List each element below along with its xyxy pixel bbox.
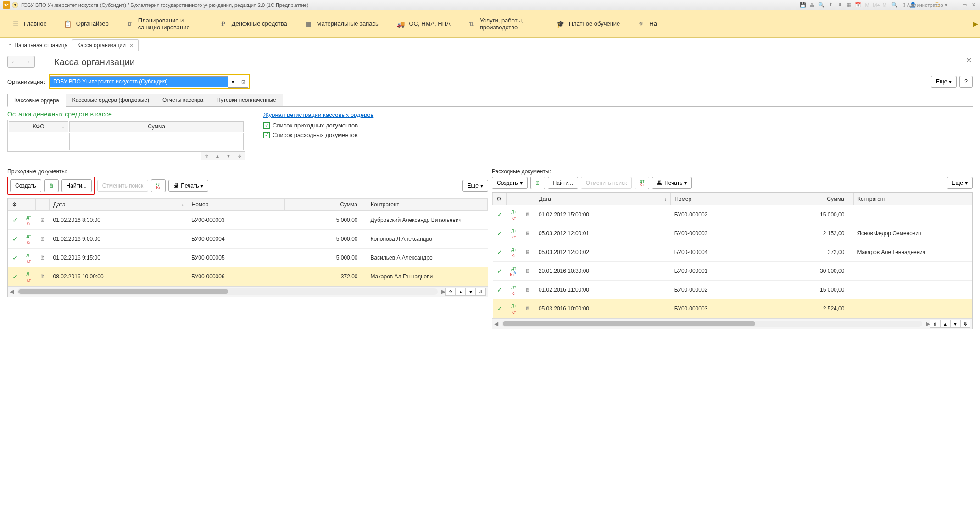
nav-forward-button[interactable]: → [21,56,35,68]
more-button[interactable]: Еще ▾ [931,76,957,88]
inner-tab-orders[interactable]: Кассовые ордера [7,94,66,107]
nav-education[interactable]: 🎓Платное обучение [549,17,629,30]
copy-button[interactable]: 🗎 [530,177,545,189]
table-row[interactable]: ✓ДтКт🗎01.02.2016 9:15:00БУ00-0000055 000… [8,249,488,267]
col-sum[interactable]: Сумма [766,193,854,205]
table-row[interactable]: ✓ДтКт🗎05.03.2016 10:00:00БУ00-0000032 52… [493,299,972,318]
titlebar-dropdown-icon[interactable]: ▾ [12,2,18,8]
nav-down-button[interactable]: ▼ [466,288,476,296]
calendar-icon[interactable]: 📅 [854,1,862,9]
create-button[interactable]: Создать ▾ [492,177,528,189]
col-dtkt[interactable] [22,199,36,211]
scroll-thumb[interactable] [18,289,228,294]
home-tab[interactable]: ⌂ Начальная страница [4,40,72,51]
table-row[interactable]: ✓ДтКт🗎01.02.2016 8:30:00БУ00-0000035 000… [8,211,488,230]
nav-last-button[interactable]: ⤋ [960,320,970,328]
org-input[interactable]: ГОБУ ВПО Университет искусств (Субсидия) [50,76,228,87]
dtkt-button[interactable]: ДтКт [151,179,166,192]
check-income-row[interactable]: ✓Список приходных документов [263,122,373,129]
col-agent[interactable]: Контрагент [853,193,972,205]
nav-first-button[interactable]: ⤊ [201,151,212,160]
nav-back-button[interactable]: ← [7,56,21,68]
nav-up-button[interactable]: ▲ [940,320,950,328]
active-tab[interactable]: Касса организации ✕ [72,39,139,51]
nav-organizer[interactable]: 📋Органайзер [56,17,117,30]
nav-up-button[interactable]: ▲ [456,288,466,296]
nav-first-button[interactable]: ⤊ [445,288,456,296]
table-row[interactable]: ✓ДтКт🗎05.03.2012 12:00:02БУ00-000004372,… [493,243,972,262]
download-icon[interactable]: ⬇ [836,1,843,9]
m-plus-icon[interactable]: M+ [873,1,880,9]
col-sum[interactable]: Сумма [69,121,244,132]
col-doc[interactable] [521,193,535,205]
nav-down-button[interactable]: ▼ [950,320,960,328]
col-dtkt[interactable] [507,193,521,205]
nav-materials[interactable]: ▦Материальные запасы [296,17,388,30]
scroll-thumb[interactable] [503,321,755,326]
col-doc[interactable] [36,199,50,211]
save-icon[interactable]: 💾 [799,1,807,9]
table-row[interactable]: ✓ДтКт🗎20.01.2016 10:30:00БУ00-00000130 0… [493,262,972,281]
print-button[interactable]: 🖶 Печать ▾ [168,180,208,192]
checkbox-icon[interactable]: ✓ [263,132,270,138]
journal-link[interactable]: Журнал регистрации кассовых ордеров [263,111,373,118]
col-sum[interactable]: Сумма [285,199,367,211]
scroll-left-icon[interactable]: ◀ [494,321,498,327]
copy-button[interactable]: 🗎 [44,179,59,192]
nav-money[interactable]: ₽Денежные средства [212,17,295,30]
dtkt-button[interactable]: ДтКт [635,177,649,189]
create-button[interactable]: Создать [10,179,41,192]
print-button[interactable]: 🖶 Печать ▾ [652,177,692,189]
m-icon[interactable]: M [863,1,871,9]
scroll-right-icon[interactable]: ▶ [441,288,445,295]
grid-icon[interactable]: ▦ [845,1,852,9]
m-minus-icon[interactable]: M- [882,1,889,9]
nav-last-button[interactable]: ⤋ [234,151,245,160]
col-date[interactable]: Дата↓ [50,199,188,211]
info-dropdown-icon[interactable]: ▾ [942,1,950,9]
help-button[interactable]: ? [959,76,973,88]
nav-planning[interactable]: ⇵Планирование и санкционирование [118,14,211,33]
nav-down-button[interactable]: ▼ [223,151,234,160]
more-button[interactable]: Еще ▾ [947,177,973,189]
col-kfo[interactable]: КФО↓ [9,121,68,132]
upload-icon[interactable]: ⬆ [827,1,834,9]
table-row[interactable]: ✓ДтКт🗎01.02.2016 9:00:00БУ00-0000045 000… [8,230,488,249]
nav-services[interactable]: ⇅Услуги, работы, производство [460,14,548,33]
h-scrollbar[interactable] [502,321,922,327]
col-date[interactable]: Дата↓ [535,193,671,205]
print-icon[interactable]: 🖶 [808,1,816,9]
col-agent[interactable]: Контрагент [367,199,487,211]
zoom-icon[interactable]: 🔍 [891,1,898,9]
nav-up-button[interactable]: ▲ [212,151,223,160]
org-dropdown-button[interactable]: ▾ [228,76,238,88]
org-open-button[interactable]: ⊡ [238,76,248,88]
inner-tab-cashier-reports[interactable]: Отчеты кассира [156,94,210,106]
more-button[interactable]: Еще ▾ [462,180,488,192]
nav-last-button[interactable]: ⤋ [476,288,486,296]
nav-next[interactable]: ⚜На [629,17,665,30]
col-config[interactable]: ⚙ [493,193,507,205]
table-row[interactable]: ✓ДтКт🗎01.02.2012 15:00:00БУ00-00000215 0… [493,205,972,224]
preview-icon[interactable]: 🔍 [818,1,825,9]
scroll-right-icon[interactable]: ▶ [926,321,930,327]
find-button[interactable]: Найти... [548,177,578,189]
nav-first-button[interactable]: ⤊ [930,320,940,328]
table-row[interactable]: ✓ДтКт🗎05.03.2012 12:00:01БУ00-0000032 15… [493,224,972,243]
ribbon-scroll-right-icon[interactable]: ▶ [971,10,980,37]
close-page-icon[interactable]: ✕ [966,56,972,65]
col-number[interactable]: Номер [188,199,285,211]
find-button[interactable]: Найти... [61,179,92,192]
scroll-left-icon[interactable]: ◀ [10,288,14,295]
h-scrollbar[interactable] [17,288,438,295]
info-icon[interactable]: ⓘ [933,1,941,9]
inner-tab-vouchers[interactable]: Путевки неоплаченные [210,94,283,106]
col-config[interactable]: ⚙ [8,199,22,211]
user-name[interactable]: Администратор [921,1,929,9]
close-window-icon[interactable]: ✕ [970,1,977,9]
nav-main[interactable]: ☰Главное [4,17,55,30]
check-expense-row[interactable]: ✓Список расходных документов [263,132,373,138]
maximize-icon[interactable]: ▭ [961,1,968,9]
table-row[interactable]: ✓ДтКт🗎01.02.2016 11:00:00БУ00-00000215 0… [493,281,972,299]
inner-tab-fund-orders[interactable]: Кассовые ордера (фондовые) [66,94,156,106]
